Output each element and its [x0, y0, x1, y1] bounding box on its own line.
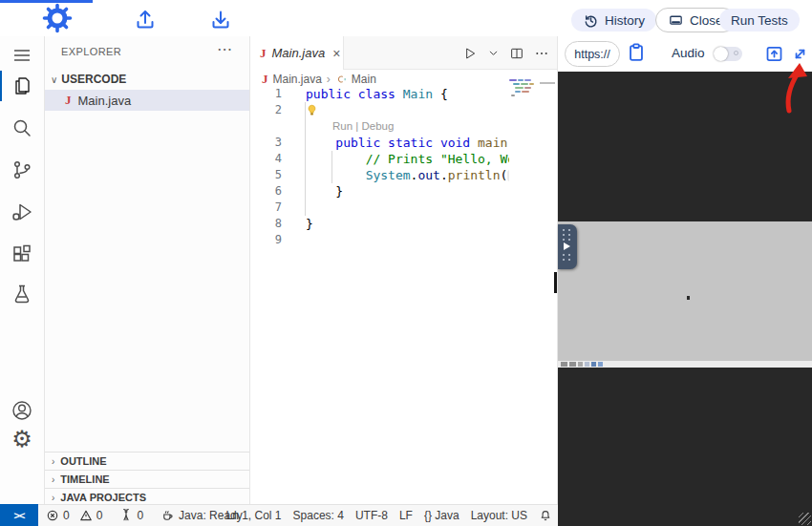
language-mode[interactable]: {} Java	[424, 509, 459, 522]
cursor-dot	[687, 296, 690, 300]
preview-screen-bottom[interactable]	[558, 368, 812, 526]
upload-icon[interactable]	[134, 8, 157, 31]
line-number: 2	[250, 102, 282, 118]
account-icon[interactable]	[11, 399, 33, 422]
notifications-bell-icon[interactable]	[539, 509, 552, 522]
resize-handle-icon[interactable]	[799, 513, 811, 525]
codelens-run[interactable]: Run	[332, 120, 353, 132]
download-icon[interactable]	[209, 8, 232, 31]
run-dropdown-chevron-icon[interactable]	[487, 47, 500, 59]
run-tests-label: Run Tests	[731, 13, 788, 28]
code-editor[interactable]: 1public class Main {2Run | Debug3 public…	[250, 86, 509, 248]
cursor-position[interactable]: Ln 1, Col 1	[225, 509, 281, 522]
java-file-icon: J	[260, 46, 267, 61]
lightbulb-icon[interactable]	[306, 104, 318, 116]
file-main-java[interactable]: J Main.java	[45, 90, 249, 111]
explorer-sidebar: EXPLORER ⋯ ∨ USERCODE J Main.java › OUTL…	[45, 36, 250, 504]
app-window: History Close Run Tests	[0, 0, 812, 526]
audio-label: Audio	[672, 46, 705, 60]
monitor-icon	[668, 12, 684, 29]
preview-screen-top[interactable]	[558, 72, 812, 221]
menu-icon[interactable]	[11, 44, 33, 67]
history-label: History	[605, 13, 645, 28]
line-number: 8	[250, 216, 282, 232]
code-line: 6 }	[250, 183, 509, 200]
editor-more-actions-icon[interactable]	[534, 46, 549, 61]
folder-usercode[interactable]: ∨ USERCODE	[45, 69, 249, 90]
testing-flask-icon[interactable]	[11, 283, 33, 305]
code-line: 4 // Prints "Hello, World!" to the termi…	[250, 151, 509, 167]
explorer-icon[interactable]	[11, 74, 33, 97]
code-line: 1public class Main {	[250, 86, 509, 102]
line-number: 1	[250, 86, 282, 102]
preview-screen-middle[interactable]	[558, 221, 812, 361]
line-number: 9	[250, 232, 282, 248]
breadcrumb-file[interactable]: Main.java	[273, 73, 322, 86]
history-button[interactable]: History	[571, 9, 656, 32]
search-icon[interactable]	[11, 116, 33, 139]
file-label: Main.java	[78, 94, 132, 108]
status-bar: >< 0 0 0	[0, 504, 558, 526]
toggle-knob	[714, 47, 728, 61]
close-tab-icon[interactable]: ×	[332, 46, 340, 61]
split-editor-icon[interactable]	[509, 46, 524, 61]
java-file-icon: J	[262, 72, 268, 87]
tab-label: Main.java	[272, 46, 326, 60]
indent-guide	[305, 102, 306, 216]
run-tests-button[interactable]: Run Tests	[719, 9, 800, 32]
minimap-slider[interactable]	[540, 82, 555, 84]
preview-toolbar: https:// Audio	[558, 36, 812, 72]
code-line: 2	[250, 102, 509, 118]
red-annotation-arrow	[778, 61, 812, 115]
source-control-icon[interactable]	[11, 158, 33, 181]
tab-main-java[interactable]: J Main.java ×	[250, 36, 344, 70]
encoding[interactable]: UTF-8	[355, 509, 388, 522]
java-file-icon: J	[65, 93, 72, 108]
chevron-right-icon: ›	[52, 493, 54, 503]
vnc-mini-toolbar[interactable]	[558, 361, 812, 368]
explorer-header: EXPLORER ⋯	[45, 36, 249, 65]
close-label: Close	[690, 13, 723, 28]
section-timeline[interactable]: › TIMELINE	[45, 470, 249, 488]
eol-sequence[interactable]: LF	[399, 509, 413, 522]
indentation[interactable]: Spaces: 4	[293, 509, 344, 522]
more-actions-icon[interactable]: ⋯	[217, 40, 232, 58]
chevron-down-icon: ∨	[51, 74, 57, 85]
settings-gear-icon[interactable]	[42, 3, 73, 33]
audio-toggle[interactable]	[714, 47, 742, 61]
codelens-debug[interactable]: Debug	[362, 120, 395, 132]
keyboard-layout[interactable]: Layout: US	[471, 509, 527, 522]
preview-panel: https:// Audio	[557, 36, 812, 526]
activity-bar: ⚙	[0, 36, 45, 504]
toggle-ring	[734, 51, 738, 55]
class-symbol-icon	[335, 74, 347, 85]
warning-icon	[79, 509, 93, 522]
extensions-icon[interactable]	[11, 242, 33, 265]
manage-gear-icon[interactable]: ⚙	[11, 428, 33, 451]
warning-count: 0	[96, 509, 103, 522]
codelens-row: Run | Debug	[250, 118, 509, 135]
indent-guide	[331, 151, 332, 183]
minimap[interactable]	[509, 79, 534, 98]
code-line: 9	[250, 232, 509, 248]
drawer-handle[interactable]	[558, 224, 577, 269]
run-debug-icon[interactable]	[11, 200, 33, 223]
play-icon	[564, 242, 570, 250]
code-line: 8}	[250, 216, 509, 232]
section-outline[interactable]: › OUTLINE	[45, 452, 249, 470]
radio-tower-icon	[119, 509, 133, 522]
remote-icon: ><	[14, 510, 25, 521]
url-text: https://	[574, 48, 610, 61]
run-file-icon[interactable]	[462, 46, 478, 61]
ports-indicator[interactable]: 0	[119, 509, 143, 522]
chevron-right-icon: ›	[52, 474, 54, 485]
ports-count: 0	[137, 509, 143, 522]
problems-indicator[interactable]: 0 0	[46, 509, 102, 522]
clipboard-icon[interactable]	[626, 42, 647, 63]
url-field[interactable]: https://	[565, 41, 620, 67]
top-toolbar: History Close Run Tests	[0, 0, 812, 37]
breadcrumb-separator: ›	[327, 73, 331, 86]
breadcrumb-symbol[interactable]: Main	[352, 73, 376, 86]
remote-indicator[interactable]: ><	[0, 504, 38, 526]
editor-group: J Main.java × J Main.jav	[250, 36, 557, 504]
